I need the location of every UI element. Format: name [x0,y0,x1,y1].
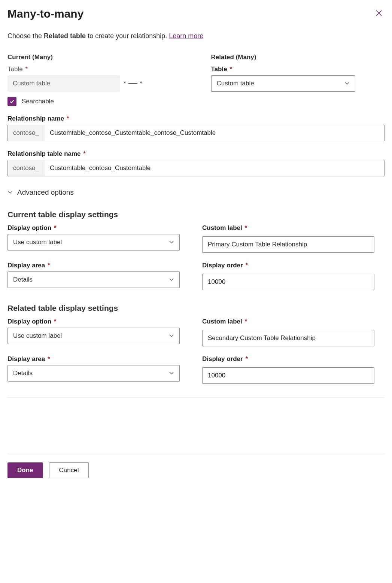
cur-custom-label-label: Custom label * [202,224,374,232]
rel-display-option-label: Display option * [7,318,180,325]
related-table-label: Table * [211,66,385,73]
relationship-name-input[interactable] [45,125,384,141]
chevron-down-icon [169,334,174,338]
related-table-select[interactable]: Custom table [211,75,355,92]
chevron-down-icon [169,278,174,282]
relationship-name-label: Relationship name * [7,115,385,122]
relationship-table-name-label: Relationship table name * [7,150,385,158]
advanced-options-toggle[interactable]: Advanced options [7,188,385,197]
related-settings-heading: Related table display settings [7,304,385,313]
cur-display-order-label: Display order * [202,262,374,269]
current-table-label: Table * [7,66,181,73]
cur-display-order-input[interactable] [202,274,374,290]
cancel-button[interactable]: Cancel [49,462,89,478]
related-heading: Related (Many) [211,54,385,61]
cur-display-option-label: Display option * [7,224,180,232]
rel-custom-label-label: Custom label * [202,318,374,325]
rel-display-order-input[interactable] [202,367,374,384]
cur-display-area-label: Display area * [7,262,180,269]
chevron-down-icon [7,191,13,194]
current-heading: Current (Many) [7,54,181,61]
chevron-down-icon [169,371,174,375]
searchable-checkbox[interactable] [7,97,16,106]
rel-display-area-label: Display area * [7,355,180,363]
chevron-down-icon [169,240,174,244]
rel-display-area-select[interactable]: Details [7,365,180,382]
cardinality-indicator: ** [124,80,142,88]
chevron-down-icon [344,82,350,85]
page-title: Many-to-many [7,7,83,20]
relationship-name-prefix: contoso_ [8,125,45,141]
searchable-label: Searchable [22,98,54,105]
rel-display-order-label: Display order * [202,355,374,363]
close-icon [376,10,382,16]
done-button[interactable]: Done [7,462,43,478]
divider [7,397,385,398]
rel-display-option-select[interactable]: Use custom label [7,328,180,344]
current-table-value: Custom table [7,75,120,92]
intro-text: Choose the Related table to create your … [7,32,385,40]
relationship-table-name-input[interactable] [45,160,384,176]
rel-custom-label-input[interactable] [202,330,374,346]
checkmark-icon [9,99,15,104]
current-settings-heading: Current table display settings [7,210,385,219]
close-button[interactable] [373,7,385,19]
cur-custom-label-input[interactable] [202,236,374,253]
cur-display-area-select[interactable]: Details [7,271,180,288]
learn-more-link[interactable]: Learn more [169,32,203,40]
cur-display-option-select[interactable]: Use custom label [7,234,180,250]
relationship-table-name-prefix: contoso_ [8,160,45,176]
